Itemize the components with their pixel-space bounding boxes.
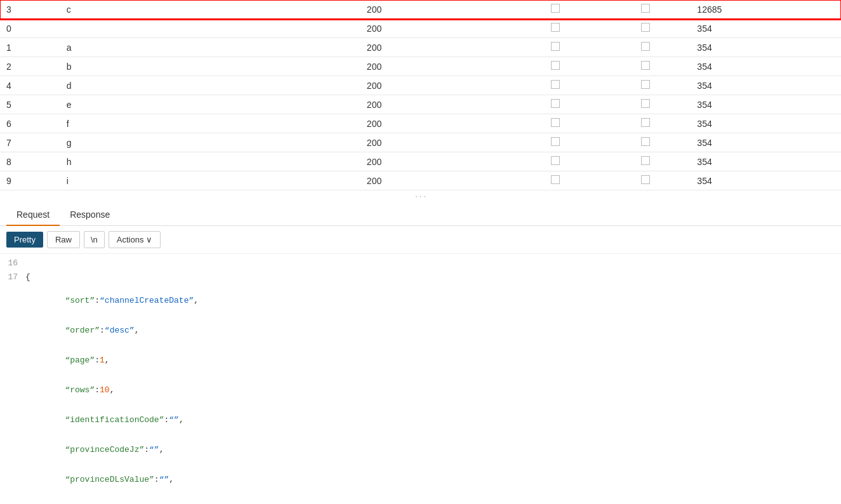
row-cb1[interactable] — [510, 171, 600, 190]
checkbox-1[interactable] — [551, 99, 560, 108]
row-index: 5 — [0, 95, 60, 114]
row-val: 354 — [691, 171, 841, 190]
line-content: { — [25, 272, 841, 282]
checkbox-2[interactable] — [641, 156, 650, 165]
checkbox-1[interactable] — [551, 23, 560, 32]
line-number: 16 — [0, 258, 25, 268]
row-val: 354 — [691, 95, 841, 114]
row-name — [60, 19, 361, 38]
row-cb2[interactable] — [600, 152, 691, 171]
checkbox-1[interactable] — [551, 42, 560, 51]
table-row: 0 200 354 — [0, 19, 841, 38]
line-content: “rows”:10, — [25, 376, 841, 404]
checkbox-2[interactable] — [641, 4, 650, 13]
checkbox-1[interactable] — [551, 118, 560, 127]
row-index: 6 — [0, 114, 60, 133]
json-key: “page” — [55, 355, 95, 365]
table-row: 7 g 200 354 — [0, 133, 841, 152]
checkbox-2[interactable] — [641, 42, 650, 51]
json-key: “sort” — [55, 296, 95, 305]
row-cb2[interactable] — [600, 133, 691, 152]
row-cb1[interactable] — [510, 114, 600, 133]
line-content: “provinceDLsValue”:“”, — [25, 465, 841, 494]
checkbox-2[interactable] — [641, 61, 650, 70]
row-val: 354 — [691, 38, 841, 57]
code-line: “identificationCode”:“”, — [0, 405, 841, 435]
actions-button[interactable]: Actions ∨ — [109, 231, 161, 248]
row-cb2[interactable] — [600, 19, 691, 38]
row-name: e — [60, 95, 361, 114]
row-name: i — [60, 171, 361, 190]
row-cb1[interactable] — [510, 76, 600, 95]
row-num: 200 — [361, 133, 511, 152]
table-row: 6 f 200 354 — [0, 114, 841, 133]
code-line: 17 { — [0, 272, 841, 286]
row-name: a — [60, 38, 361, 57]
row-index: 1 — [0, 38, 60, 57]
row-num: 200 — [361, 152, 511, 171]
checkbox-2[interactable] — [641, 137, 650, 146]
checkbox-1[interactable] — [551, 137, 560, 146]
checkbox-2[interactable] — [641, 99, 650, 108]
row-val: 354 — [691, 19, 841, 38]
checkbox-1[interactable] — [551, 4, 560, 13]
row-name: g — [60, 133, 361, 152]
table-row: 5 e 200 354 — [0, 95, 841, 114]
line-content: “professionCode”:“”, — [25, 495, 841, 504]
code-line: “order”:“desc”, — [0, 315, 841, 345]
table-row: 1 a 200 354 — [0, 38, 841, 57]
json-key: “identificationCode” — [55, 415, 164, 425]
tab-response[interactable]: Response — [60, 204, 120, 226]
checkbox-1[interactable] — [551, 80, 560, 89]
checkbox-2[interactable] — [641, 23, 650, 32]
row-cb2[interactable] — [600, 171, 691, 190]
row-cb2[interactable] — [600, 76, 691, 95]
row-cb1[interactable] — [510, 95, 600, 114]
row-index: 7 — [0, 133, 60, 152]
checkbox-2[interactable] — [641, 118, 650, 127]
tabs-bar: Request Response — [0, 204, 841, 226]
highlighted-table-row: 3 c 200 12685 — [0, 0, 841, 19]
row-name: h — [60, 152, 361, 171]
row-num: 200 — [361, 76, 511, 95]
row-cb2[interactable] — [600, 0, 691, 19]
raw-button[interactable]: Raw — [47, 231, 80, 248]
row-cb1[interactable] — [510, 57, 600, 76]
line-content: “identificationCode”:“”, — [25, 406, 841, 434]
row-cb1[interactable] — [510, 38, 600, 57]
pretty-button[interactable]: Pretty — [6, 232, 43, 248]
line-content: “sort”:“channelCreateDate”, — [25, 286, 841, 315]
code-line: 16 — [0, 258, 841, 272]
row-cb2[interactable] — [600, 57, 691, 76]
row-cb1[interactable] — [510, 133, 600, 152]
row-cb2[interactable] — [600, 38, 691, 57]
code-line: “rows”:10, — [0, 375, 841, 405]
row-cb2[interactable] — [600, 95, 691, 114]
row-index: 3 — [0, 0, 60, 19]
row-cb2[interactable] — [600, 114, 691, 133]
newline-button[interactable]: \n — [84, 231, 105, 248]
row-val: 354 — [691, 152, 841, 171]
checkbox-2[interactable] — [641, 175, 650, 184]
row-index: 2 — [0, 57, 60, 76]
row-num: 200 — [361, 171, 511, 190]
line-content: “order”:“desc”, — [25, 316, 841, 345]
checkbox-1[interactable] — [551, 156, 560, 165]
checkbox-1[interactable] — [551, 61, 560, 70]
json-key: “rows” — [55, 385, 95, 395]
code-editor: 16 17 { “sort”:“channelCreateDate”, “ord… — [0, 254, 841, 504]
table-row: 4 d 200 354 — [0, 76, 841, 95]
row-val: 354 — [691, 114, 841, 133]
checkbox-2[interactable] — [641, 80, 650, 89]
row-num: 200 — [361, 95, 511, 114]
row-index: 9 — [0, 171, 60, 190]
row-cb1[interactable] — [510, 0, 600, 19]
line-content: “page”:1, — [25, 346, 841, 375]
checkbox-1[interactable] — [551, 175, 560, 184]
separator-row: · · · — [0, 190, 841, 202]
line-content: “provinceCodeJz”:“”, — [25, 435, 841, 464]
row-cb1[interactable] — [510, 152, 600, 171]
row-index: 4 — [0, 76, 60, 95]
row-cb1[interactable] — [510, 19, 600, 38]
tab-request[interactable]: Request — [6, 204, 60, 226]
